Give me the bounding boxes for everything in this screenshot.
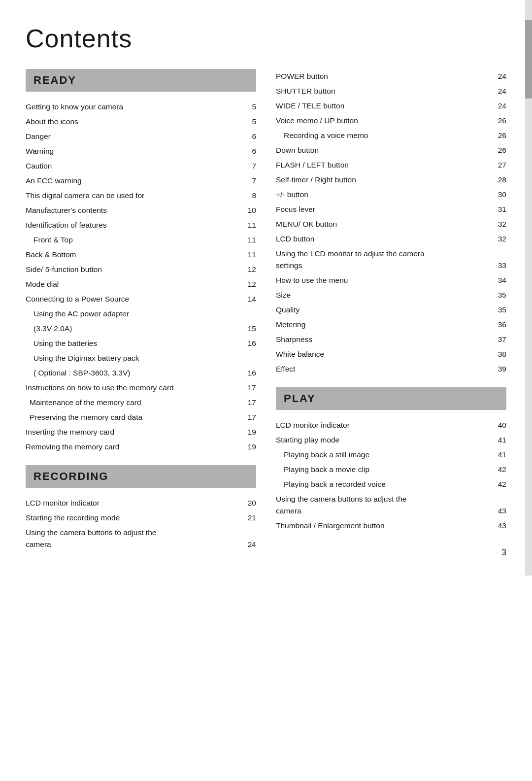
list-item: FLASH / LEFT button 27	[276, 158, 506, 172]
list-item: Danger 6	[26, 129, 256, 144]
item-title: Quality	[276, 304, 493, 316]
list-item: Removing the memory card 19	[26, 440, 256, 454]
item-page: 10	[242, 204, 256, 216]
item-page: 42	[493, 464, 506, 475]
item-title: Back & Bottom	[26, 249, 242, 261]
item-title: Instructions on how to use the memory ca…	[26, 382, 242, 394]
item-title: How to use the menu	[276, 274, 493, 286]
item-title: White balance	[276, 348, 493, 360]
ready-section: READY Getting to know your camera 5 Abou…	[26, 69, 256, 454]
item-page: 15	[242, 323, 256, 335]
list-item: Caution 7	[26, 159, 256, 173]
item-title: Thumbnail / Enlargement button	[276, 520, 493, 532]
page-container: Contents READY Getting to know your came…	[0, 0, 532, 576]
item-page: 36	[493, 319, 506, 331]
item-title: Playing back a still image	[276, 449, 493, 461]
item-title: +/- button	[276, 189, 493, 201]
item-continuation: camera 43	[276, 505, 506, 517]
item-page: 32	[493, 218, 506, 230]
item-page: 26	[493, 115, 506, 127]
item-title: Voice memo / UP button	[276, 115, 493, 127]
item-continuation-text: settings	[276, 260, 302, 272]
item-page: 7	[242, 175, 256, 187]
item-title: Playing back a movie clip	[276, 464, 493, 475]
item-page: 19	[242, 441, 256, 453]
item-title: SHUTTER button	[276, 85, 493, 97]
list-item: (3.3V 2.0A) 15	[26, 321, 256, 336]
list-item: Inserting the memory card 19	[26, 425, 256, 440]
item-page: 31	[493, 204, 506, 215]
item-page: 41	[493, 434, 506, 446]
list-item: Instructions on how to use the memory ca…	[26, 380, 256, 395]
item-page: 11	[242, 234, 256, 246]
item-title: POWER button	[276, 70, 493, 82]
list-item: Using the LCD monitor to adjust the came…	[276, 246, 506, 273]
item-title: Identification of features	[26, 219, 242, 231]
item-title: Getting to know your camera	[26, 101, 242, 113]
item-page: 41	[493, 449, 506, 461]
item-title: Warning	[26, 145, 242, 157]
list-item: Down button 26	[276, 143, 506, 158]
item-title: Sharpness	[276, 334, 493, 345]
item-page: 39	[493, 363, 506, 375]
list-item: MENU/ OK button 32	[276, 217, 506, 232]
list-item: Playing back a still image 41	[276, 447, 506, 462]
item-title: LCD button	[276, 233, 493, 245]
item-page: 16	[242, 367, 256, 379]
item-page: 27	[493, 159, 506, 171]
item-page: 35	[493, 304, 506, 316]
item-continuation: camera 24	[26, 539, 256, 550]
list-item: SHUTTER button 24	[276, 84, 506, 99]
item-title: ( Optional : SBP-3603, 3.3V)	[26, 367, 242, 379]
item-page: 34	[493, 274, 506, 286]
item-title: Mode dial	[26, 278, 242, 290]
item-title: Using the Digimax battery pack	[26, 352, 242, 364]
item-page: 43	[493, 520, 506, 532]
item-page: 5	[242, 101, 256, 113]
item-continuation-text: camera	[26, 539, 51, 550]
item-page: 32	[493, 233, 506, 245]
list-item: LCD monitor indicator 20	[26, 496, 256, 510]
item-page: 24	[493, 70, 506, 82]
list-item: POWER button 24	[276, 69, 506, 84]
list-item: Front & Top 11	[26, 233, 256, 247]
item-title: Focus lever	[276, 204, 493, 215]
list-item: Using the Digimax battery pack	[26, 351, 256, 366]
list-item: Effect 39	[276, 362, 506, 376]
item-title: Using the batteries	[26, 338, 242, 349]
list-item: About the icons 5	[26, 114, 256, 129]
item-title: Starting the recording mode	[26, 512, 242, 524]
item-title: (3.3V 2.0A)	[26, 323, 242, 335]
item-title: Using the LCD monitor to adjust the came…	[276, 248, 493, 260]
two-column-layout: READY Getting to know your camera 5 Abou…	[26, 69, 506, 552]
item-title: Effect	[276, 363, 493, 375]
scrollbar-thumb[interactable]	[525, 20, 532, 99]
list-item: WIDE / TELE button 24	[276, 99, 506, 113]
list-item: Thumbnail / Enlargement button 43	[276, 518, 506, 533]
item-page: 19	[242, 426, 256, 438]
list-item: Using the camera buttons to adjust the c…	[26, 525, 256, 552]
recording-section-header: RECORDING	[26, 465, 256, 488]
item-title: Playing back a recorded voice	[276, 478, 493, 490]
list-item: Using the AC power adapter	[26, 306, 256, 321]
list-item: Manufacturer's contents 10	[26, 203, 256, 218]
list-item: Focus lever 31	[276, 202, 506, 217]
item-line: Using the camera buttons to adjust the	[276, 493, 506, 505]
item-title: Down button	[276, 144, 493, 156]
item-title: Removing the memory card	[26, 441, 242, 453]
item-page: 6	[242, 131, 256, 142]
list-item: Maintenance of the memory card 17	[26, 395, 256, 410]
item-page: 37	[493, 334, 506, 345]
scrollbar[interactable]	[525, 0, 532, 576]
list-item: Getting to know your camera 5	[26, 100, 256, 114]
list-item: Self-timer / Right button 28	[276, 172, 506, 187]
list-item: An FCC warning 7	[26, 173, 256, 188]
item-title: An FCC warning	[26, 175, 242, 187]
left-column: READY Getting to know your camera 5 Abou…	[26, 69, 256, 552]
item-title: Danger	[26, 131, 242, 142]
item-page: 42	[493, 478, 506, 490]
list-item: Connecting to a Power Source 14	[26, 292, 256, 306]
item-title: Using the camera buttons to adjust the	[26, 527, 242, 539]
item-page: 26	[493, 130, 506, 141]
item-title: LCD monitor indicator	[26, 497, 242, 509]
